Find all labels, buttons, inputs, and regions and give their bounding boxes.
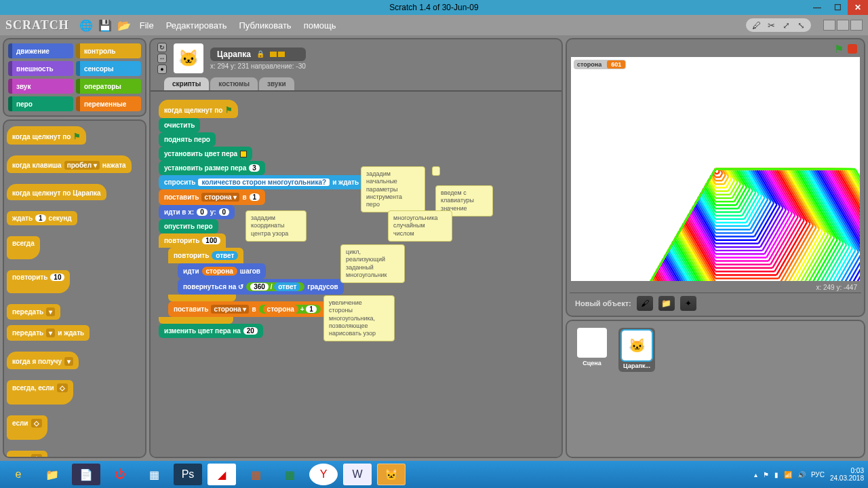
palette-if[interactable]: если ◇ [7, 415, 47, 440]
comment-3[interactable]: многоугольника случайным числом [388, 210, 452, 242]
block-goto[interactable]: идти в x: 0 y: 0 [159, 205, 235, 219]
variable-watcher[interactable]: сторона 601 [574, 60, 626, 69]
svg-line-26 [724, 176, 728, 184]
comment-6[interactable]: увеличение стороны многоугольника, позво… [323, 295, 395, 341]
surprise-sprite-icon[interactable]: ✦ [680, 296, 696, 311]
shrink-icon[interactable]: ⤡ [795, 20, 807, 31]
taskbar-explorer-icon[interactable]: 📁 [38, 464, 66, 485]
rotate-lr-icon[interactable]: ↔ [157, 54, 167, 63]
menu-edit[interactable]: Редактировать [163, 19, 230, 32]
taskbar-ie-icon[interactable]: e [4, 464, 33, 485]
block-set-pen-color[interactable]: установить цвет пера [159, 147, 252, 161]
block-set-var2[interactable]: поставить сторона ▾ в сторона + 1 [168, 301, 326, 317]
tray-action-icon[interactable]: ⚑ [763, 471, 769, 478]
palette-broadcast[interactable]: передать ▾ [7, 304, 60, 320]
loop-end-outer[interactable] [159, 317, 233, 324]
palette-when-key[interactable]: когда клавиша пробел ▾ нажата [7, 155, 132, 173]
import-sprite-icon[interactable]: 📁 [658, 296, 675, 311]
maximize-button[interactable]: ☐ [827, 0, 848, 15]
save-icon[interactable]: 💾 [99, 19, 111, 31]
tray-network-icon[interactable]: 📶 [784, 471, 792, 478]
block-pen-down[interactable]: опустить перо [159, 219, 218, 233]
cat-sensing[interactable]: сенсоры [76, 61, 141, 76]
comment-5[interactable]: цикл, реализующий заданный многоугольник [340, 244, 405, 283]
taskbar-yandex-icon[interactable]: Y [309, 464, 338, 485]
sprite-thumbnail-1[interactable]: 🐱 Царапк... [618, 328, 655, 372]
tray-clock[interactable]: 0:03 24.03.2018 [830, 467, 864, 482]
tray-lang[interactable]: РУС [811, 471, 825, 478]
comment-4[interactable]: зададим координаты центра узора [245, 210, 307, 242]
block-pen-up[interactable]: поднять перо [159, 132, 216, 147]
tab-scripts[interactable]: скрипты [164, 77, 209, 90]
comment-tab[interactable] [432, 166, 440, 176]
loop-end-inner[interactable] [168, 295, 236, 301]
block-turn[interactable]: повернуться на ↺ 360 / ответ градусов [178, 279, 344, 295]
palette-when-sprite[interactable]: когда щелкнут по Царапка [7, 184, 106, 200]
rotate-none-icon[interactable]: ● [157, 64, 167, 74]
globe-icon[interactable]: 🌐 [80, 19, 92, 31]
rotate-free-icon[interactable]: ↻ [157, 43, 167, 52]
close-button[interactable]: ✕ [848, 0, 868, 15]
taskbar-app2-icon[interactable]: ◢ [208, 464, 236, 485]
stop-button[interactable] [848, 44, 857, 54]
cat-motion[interactable]: движение [8, 43, 73, 58]
taskbar-ppt-icon[interactable]: ▦ [241, 464, 270, 485]
palette-forever[interactable]: всегда [7, 236, 40, 259]
block-set-var[interactable]: поставить сторона ▾ в 1 [159, 189, 265, 205]
taskbar-power-icon[interactable]: ⏻ [106, 464, 134, 485]
palette-wait[interactable]: ждать 1 секунд [7, 211, 77, 225]
taskbar: e 📁 📄 ⏻ ▦ Ps ◢ ▦ ▦ Y W 🐱 ▴ ⚑ ▮ 📶 🔊 РУС 0… [0, 461, 868, 488]
block-change-pen-color[interactable]: изменить цвет пера на 20 [159, 324, 263, 338]
cat-sound[interactable]: звук [8, 79, 73, 94]
block-when-flag[interactable]: когда щелкнут по ⚑ [159, 100, 238, 118]
open-icon[interactable]: 📂 [118, 19, 130, 31]
palette-if2[interactable]: если ◇ [7, 451, 47, 458]
view-present-icon[interactable] [850, 20, 863, 31]
block-repeat-inner[interactable]: повторить ответ [168, 248, 243, 263]
menu-help[interactable]: помощь [301, 19, 339, 32]
block-move[interactable]: идти сторона шагов [178, 263, 266, 279]
palette-forever-if[interactable]: всегда, если ◇ [7, 380, 73, 405]
taskbar-word2-icon[interactable]: W [343, 464, 372, 485]
cat-variables[interactable]: переменные [76, 96, 141, 111]
menu-share[interactable]: Публиковать [236, 19, 294, 32]
paint-sprite-icon[interactable]: 🖌 [637, 296, 653, 311]
cat-looks[interactable]: внешность [8, 61, 73, 76]
taskbar-app1-icon[interactable]: ▦ [140, 464, 168, 485]
block-clear[interactable]: очистить [159, 118, 200, 132]
taskbar-scratch-icon[interactable]: 🐱 [377, 464, 406, 485]
stamp-icon[interactable]: 🖊 [750, 20, 762, 31]
tab-sounds[interactable]: звуки [259, 77, 294, 90]
palette-when-receive[interactable]: когда я получу ▾ [7, 352, 79, 369]
cat-control[interactable]: контроль [76, 43, 141, 58]
cat-pen[interactable]: перо [8, 96, 73, 111]
tray-battery-icon[interactable]: ▮ [774, 471, 778, 478]
view-small-icon[interactable] [823, 20, 835, 31]
palette-when-flag[interactable]: когда щелкнут по ⚑ [7, 126, 86, 145]
palette-broadcast-wait[interactable]: передать ▾ и ждать [7, 325, 90, 341]
sprite-header: ↻ ↔ ● 🐱 Царапка 🔒 x: 294 y: 231 направле… [151, 39, 561, 77]
taskbar-word-icon[interactable]: 📄 [72, 464, 100, 485]
block-repeat-outer[interactable]: повторить 100 [159, 233, 226, 248]
green-flag-button[interactable]: ⚑ [834, 43, 844, 56]
taskbar-ps-icon[interactable]: Ps [174, 464, 202, 485]
tab-costumes[interactable]: костюмы [210, 77, 258, 90]
cat-operators[interactable]: операторы [76, 79, 141, 94]
block-ask[interactable]: спросить количество сторон многоугольник… [159, 175, 364, 189]
cut-icon[interactable]: ✂ [765, 20, 777, 31]
taskbar-excel-icon[interactable]: ▦ [275, 464, 304, 485]
grow-icon[interactable]: ⤢ [780, 20, 792, 31]
sprite-name-field[interactable]: Царапка 🔒 [210, 48, 306, 61]
scene-thumbnail[interactable]: Сцена [574, 328, 610, 367]
tray-up-icon[interactable]: ▴ [754, 471, 757, 478]
stage[interactable]: сторона 601 [571, 57, 860, 281]
comment-1[interactable]: зададим начальные параметры инструмента … [361, 166, 425, 212]
tray-volume-icon[interactable]: 🔊 [797, 471, 806, 478]
minimize-button[interactable]: — [807, 0, 827, 15]
menu-file[interactable]: File [137, 19, 157, 32]
script-area[interactable]: когда щелкнут по ⚑ очистить поднять перо… [151, 90, 561, 457]
palette-repeat[interactable]: повторить 10 [7, 270, 70, 293]
new-object-label: Новый объект: [575, 299, 631, 307]
view-normal-icon[interactable] [837, 20, 849, 31]
block-set-pen-size[interactable]: установить размер пера 3 [159, 161, 265, 175]
